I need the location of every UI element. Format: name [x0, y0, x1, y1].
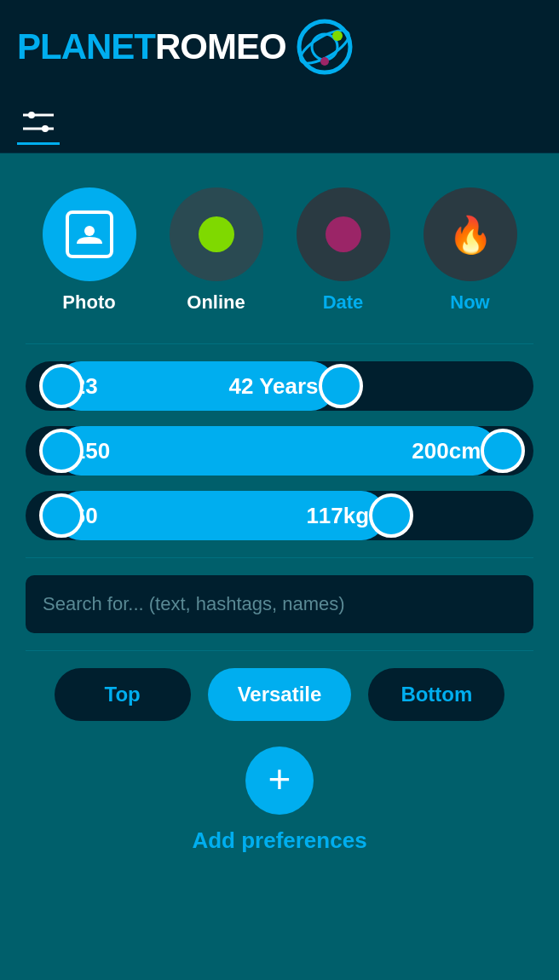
height-handle-left[interactable]: [39, 429, 84, 473]
date-dot: [326, 216, 361, 252]
logo-romeo: ROMEO: [155, 26, 286, 67]
weight-max: 117kg: [306, 503, 369, 529]
tab-filters[interactable]: [17, 102, 60, 145]
weight-slider[interactable]: 60 117kg: [26, 491, 533, 540]
height-max: 200cm: [412, 438, 481, 464]
divider-1: [26, 343, 533, 344]
height-track: 150 200cm: [26, 426, 533, 476]
sliders-icon: [23, 107, 54, 137]
svg-point-3: [332, 31, 343, 41]
filter-date[interactable]: Date: [297, 187, 390, 314]
height-fill: 150 200cm: [56, 426, 498, 476]
date-label: Date: [323, 291, 364, 314]
height-slider[interactable]: 150 200cm: [26, 426, 533, 476]
divider-3: [26, 650, 533, 651]
logo: PLANET ROMEO: [17, 17, 354, 77]
photo-circle[interactable]: [43, 187, 136, 281]
versatile-button[interactable]: Versatile: [208, 668, 352, 721]
flame-icon: 🔥: [448, 214, 493, 256]
filter-online[interactable]: Online: [170, 187, 263, 314]
online-label: Online: [187, 291, 245, 314]
weight-track: 60 117kg: [26, 491, 533, 540]
top-button[interactable]: Top: [55, 668, 191, 721]
main-content: Photo Online Date 🔥 Now: [0, 153, 559, 871]
logo-icon: [295, 17, 354, 77]
add-preferences-section: + Add preferences: [26, 747, 533, 854]
weight-handle-left[interactable]: [39, 493, 84, 538]
filter-photo[interactable]: Photo: [43, 187, 136, 314]
logo-planet: PLANET: [17, 26, 155, 67]
plus-icon: +: [268, 759, 291, 798]
role-row: Top Versatile Bottom: [26, 668, 533, 721]
now-label: Now: [450, 291, 489, 314]
online-dot: [199, 216, 234, 252]
age-handle-left[interactable]: [39, 364, 84, 408]
filter-icons-row: Photo Online Date 🔥 Now: [26, 170, 533, 339]
online-circle[interactable]: [170, 187, 263, 281]
date-circle[interactable]: [297, 187, 390, 281]
divider-2: [26, 557, 533, 558]
age-handle-right[interactable]: [319, 364, 363, 408]
photo-icon: [66, 210, 113, 258]
svg-point-4: [320, 57, 329, 66]
age-fill: 23 42 Years: [56, 361, 336, 411]
tab-bar: [0, 94, 559, 153]
slider-section: 23 42 Years 150 200cm 60: [26, 361, 533, 540]
add-preferences-button[interactable]: +: [245, 747, 314, 815]
filter-now[interactable]: 🔥 Now: [424, 187, 517, 314]
search-input[interactable]: [26, 575, 533, 633]
age-track: 23 42 Years: [26, 361, 533, 411]
bottom-button[interactable]: Bottom: [368, 668, 504, 721]
weight-handle-right[interactable]: [369, 493, 413, 538]
photo-label: Photo: [62, 291, 115, 314]
search-container: [26, 575, 533, 633]
height-handle-right[interactable]: [481, 429, 525, 473]
add-preferences-label: Add preferences: [192, 827, 366, 854]
app-header: PLANET ROMEO: [0, 0, 559, 94]
now-circle[interactable]: 🔥: [424, 187, 517, 281]
svg-point-9: [84, 226, 95, 236]
weight-fill: 60 117kg: [56, 491, 386, 540]
age-max: 42 Years: [228, 373, 318, 400]
age-slider[interactable]: 23 42 Years: [26, 361, 533, 411]
